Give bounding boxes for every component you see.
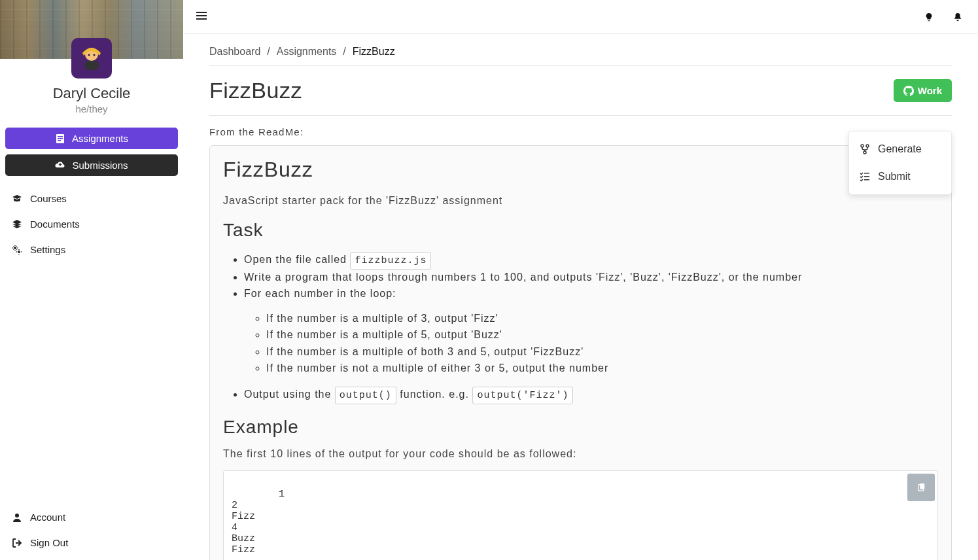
user-name: Daryl Cecile [0,85,183,102]
nav-submissions-label: Submissions [72,160,128,171]
readme-label: From the ReadMe: [209,116,952,145]
nav-account-label: Account [30,512,65,523]
notifications[interactable] [947,6,969,28]
nav-assignments[interactable]: Assignments [5,128,178,149]
task-subitem: If the number is a multiple of 3, output… [266,310,938,326]
nav-courses[interactable]: Courses [12,193,171,204]
signout-icon [12,538,22,548]
work-button-label: Work [918,85,942,96]
sidebar-toggle[interactable] [196,10,207,24]
work-dropdown: Generate Submit [848,131,952,195]
task-subitem: If the number is not a multiple of eithe… [266,360,938,376]
svg-rect-6 [58,138,63,139]
task-subitem: If the number is a multiple of 5, output… [266,326,938,343]
checklist-icon [860,171,870,182]
example-output: 1 2 Fizz 4 Buzz Fizz [232,489,285,555]
bell-icon [953,12,962,22]
breadcrumb-sep: / [343,46,345,58]
hamburger-icon [196,10,207,21]
layers-icon [12,219,22,230]
breadcrumb-current: FizzBuzz [353,46,395,58]
dropdown-submit-label: Submit [878,171,911,183]
svg-rect-5 [58,136,63,137]
breadcrumb-assignments[interactable]: Assignments [277,46,337,58]
page-title-row: FizzBuzz Work [209,66,952,116]
breadcrumb-dashboard[interactable]: Dashboard [209,46,260,58]
readme-intro: JavaScript starter pack for the 'FizzBuz… [223,195,938,207]
task-item: Write a program that loops through numbe… [244,269,938,285]
readme-box: FizzBuzz JavaScript starter pack for the… [209,145,952,560]
theme-toggle[interactable] [918,6,940,28]
nav-settings-label: Settings [30,244,65,255]
svg-point-16 [864,151,866,154]
task-item: For each number in the loop: If the numb… [244,285,938,386]
code-output-example: output('Fizz') [472,387,573,404]
nav-secondary: Courses Documents Settings [0,181,183,255]
code-output-fn: output() [335,387,396,404]
graduation-cap-icon [12,194,22,204]
sidebar: Daryl Cecile he/they Assignments Submiss… [0,0,183,560]
main: Dashboard / Assignments / FizzBuzz FizzB… [183,0,978,560]
task-subitem: If the number is a multiple of both 3 an… [266,343,938,360]
svg-rect-21 [920,483,924,489]
avatar[interactable] [71,38,112,79]
svg-rect-1 [84,61,99,70]
svg-rect-18 [864,176,869,177]
svg-rect-7 [58,140,61,141]
readme-h1: FizzBuzz [223,158,938,182]
dropdown-submit[interactable]: Submit [849,163,951,190]
page-title: FizzBuzz [209,78,894,103]
nav-signout-label: Sign Out [30,537,68,548]
nav-account[interactable]: Account [12,512,171,523]
nav-documents[interactable]: Documents [12,219,171,230]
svg-point-3 [94,54,96,56]
gears-icon [12,245,22,255]
user-icon [12,512,22,523]
nav-submissions[interactable]: Submissions [5,154,178,176]
svg-point-9 [18,251,20,253]
svg-point-10 [15,514,19,517]
nav-documents-label: Documents [30,219,80,230]
svg-point-2 [88,54,90,56]
svg-point-15 [866,145,869,147]
task-item: Output using the output() function. e.g.… [244,386,938,404]
svg-rect-12 [196,15,207,16]
readme-example-text: The first 10 lines of the output for you… [223,448,938,460]
task-list: Open the file called fizzbuzz.js Write a… [223,251,938,404]
nav-footer: Account Sign Out [0,512,183,560]
dropdown-generate[interactable]: Generate [849,135,951,163]
svg-rect-17 [864,173,869,174]
nav-settings[interactable]: Settings [12,244,171,255]
svg-point-8 [14,247,16,249]
readme-example-heading: Example [223,417,938,438]
task-item: Open the file called fizzbuzz.js [244,251,938,269]
topbar [183,0,978,34]
nav-assignments-label: Assignments [72,133,128,144]
code-filename: fizzbuzz.js [350,252,431,270]
task-sublist: If the number is a multiple of 3, output… [244,310,938,376]
svg-rect-13 [196,18,207,20]
lightbulb-icon [924,12,934,22]
readme-task-heading: Task [223,220,938,241]
dropdown-generate-label: Generate [878,143,922,155]
copy-button[interactable] [907,474,935,501]
nav-signout[interactable]: Sign Out [12,537,171,548]
content: Dashboard / Assignments / FizzBuzz FizzB… [183,34,978,560]
breadcrumb: Dashboard / Assignments / FizzBuzz [209,46,952,66]
user-pronoun: he/they [0,103,183,114]
work-button[interactable]: Work [894,79,952,102]
fork-icon [860,144,870,154]
svg-rect-19 [864,179,869,181]
nav-courses-label: Courses [30,193,67,204]
github-icon [903,86,914,96]
svg-rect-11 [196,12,207,13]
breadcrumb-sep: / [267,46,270,58]
svg-point-14 [861,145,864,147]
example-output-block: 1 2 Fizz 4 Buzz Fizz [223,470,938,560]
nav-primary: Assignments Submissions [0,114,183,181]
copy-icon [917,483,926,492]
